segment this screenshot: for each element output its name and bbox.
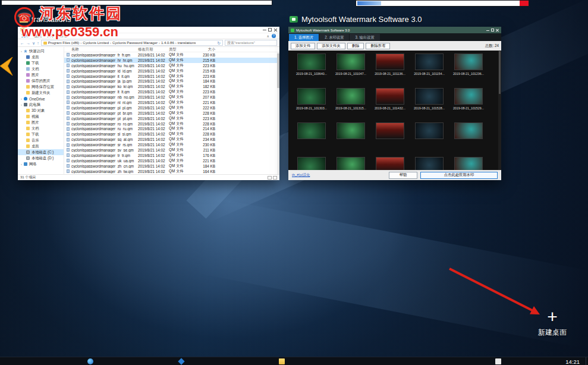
- file-row[interactable]: cyclonispasswordmanager_uk_ua.qm 2019/8/…: [64, 158, 279, 163]
- image-item[interactable]: [331, 122, 370, 156]
- browser-icon[interactable]: [87, 358, 93, 364]
- column-header-date[interactable]: 修改日期: [138, 47, 169, 52]
- toolbar-button[interactable]: 删除所有: [366, 43, 390, 49]
- search-input[interactable]: 搜索"translations": [225, 40, 277, 46]
- file-row[interactable]: cyclonispasswordmanager_nb_no.qm 2019/8/…: [64, 95, 279, 100]
- column-header-type[interactable]: 类型: [169, 47, 191, 52]
- file-row[interactable]: cyclonispasswordmanager_tr_tr.qm 2019/8/…: [64, 153, 279, 158]
- apply-watermark-button[interactable]: 点击此处应用水印: [420, 172, 498, 179]
- file-row[interactable]: cyclonispasswordmanager_zh_cn.qm 2019/8/…: [64, 163, 279, 169]
- file-row[interactable]: cyclonispasswordmanager_ro_ro.qm 2019/8/…: [64, 121, 279, 127]
- back-icon[interactable]: ←: [20, 41, 24, 45]
- task-view-title-watermark-app[interactable]: Mytoolsoft Watermark Software 3.0: [290, 15, 422, 24]
- toolbar-button[interactable]: 添加文件: [291, 43, 315, 49]
- image-item[interactable]: [370, 122, 410, 156]
- column-header-name[interactable]: 名称: [64, 47, 138, 52]
- image-item[interactable]: 2019-08-21_101047...: [331, 54, 370, 87]
- thumbnail-view-icon[interactable]: [273, 176, 277, 180]
- sidebar-item[interactable]: 快速访问: [18, 48, 64, 54]
- help-icon[interactable]: ?: [272, 34, 276, 38]
- watermark-app-taskbar-icon[interactable]: [178, 358, 184, 364]
- sidebar-item[interactable]: 3D 对象: [18, 108, 64, 114]
- image-item[interactable]: [331, 157, 370, 170]
- image-item[interactable]: 2019-08-21_101154...: [410, 54, 449, 87]
- breadcrumb-segment[interactable]: Program Files (x86): [48, 41, 80, 45]
- sidebar-item[interactable]: 图片: [18, 72, 64, 78]
- sidebar-item[interactable]: 网络: [18, 161, 64, 167]
- file-row[interactable]: cyclonispasswordmanager_fr_fr.qm 2019/8/…: [64, 52, 279, 58]
- file-row[interactable]: cyclonispasswordmanager_ja_jp.qm 2019/8/…: [64, 78, 279, 84]
- collapse-ribbon-icon[interactable]: ∧: [267, 34, 269, 38]
- file-row[interactable]: cyclonispasswordmanager_nl_nl.qm 2019/8/…: [64, 100, 279, 105]
- file-row[interactable]: cyclonispasswordmanager_hr_hr.qm 2019/8/…: [64, 58, 279, 63]
- show-desktop-button[interactable]: [586, 357, 588, 365]
- file-row[interactable]: cyclonispasswordmanager_zh_tw.qm 2019/8/…: [64, 169, 279, 174]
- minimize-icon[interactable]: [486, 29, 489, 32]
- history-dropdown-icon[interactable]: ∨: [32, 41, 35, 45]
- image-item[interactable]: 2019-08-21_101529...: [449, 88, 488, 121]
- scrollbar[interactable]: [277, 52, 279, 174]
- file-row[interactable]: cyclonispasswordmanager_sr_rs.qm 2019/8/…: [64, 142, 279, 147]
- tray-icon[interactable]: [495, 358, 501, 364]
- wizard-tab[interactable]: 1. 选择图片: [289, 34, 319, 41]
- sidebar-item[interactable]: 此电脑: [18, 102, 64, 108]
- forward-icon[interactable]: →: [26, 41, 30, 45]
- image-item[interactable]: [292, 122, 331, 156]
- sidebar-item[interactable]: 本地磁盘 (D:): [18, 155, 64, 161]
- details-view-icon[interactable]: [268, 176, 272, 180]
- file-row[interactable]: cyclonispasswordmanager_pt_pt.qm 2019/8/…: [64, 116, 279, 121]
- image-item[interactable]: [410, 122, 449, 156]
- sidebar-item[interactable]: 文档: [18, 66, 64, 72]
- breadcrumb-segment[interactable]: translations: [175, 41, 196, 45]
- file-row[interactable]: cyclonispasswordmanager_pt_br.qm 2019/8/…: [64, 111, 279, 116]
- image-item[interactable]: [449, 157, 488, 170]
- up-icon[interactable]: ↑: [37, 41, 39, 45]
- wizard-tab[interactable]: 3. 输出设置: [350, 34, 379, 41]
- file-row[interactable]: cyclonispasswordmanager_sl_si.qm 2019/8/…: [64, 131, 279, 137]
- sidebar-item[interactable]: 新建文件夹: [18, 90, 64, 96]
- sidebar-item[interactable]: 下载: [18, 60, 64, 66]
- file-row[interactable]: cyclonispasswordmanager_sv_se.qm 2019/8/…: [64, 147, 279, 153]
- sidebar-item[interactable]: 本地磁盘 (C:): [18, 149, 64, 155]
- sidebar-item[interactable]: 文档: [18, 125, 64, 131]
- sidebar-item[interactable]: 保存的图片: [18, 78, 64, 84]
- column-header-size[interactable]: 大小: [191, 47, 218, 52]
- wizard-tab[interactable]: 2. 水印设置: [319, 34, 349, 41]
- sidebar-item[interactable]: 桌面: [18, 143, 64, 149]
- image-item[interactable]: 2019-08-21_103640...: [292, 54, 331, 87]
- maximize-icon[interactable]: [491, 29, 494, 32]
- close-icon[interactable]: [273, 28, 277, 32]
- file-row[interactable]: cyclonispasswordmanager_ru_ru.qm 2019/8/…: [64, 126, 279, 131]
- image-item[interactable]: 2019-08-21_101528...: [410, 88, 449, 121]
- refresh-icon[interactable]: ↻: [217, 41, 221, 45]
- file-row[interactable]: cyclonispasswordmanager_hu_hu.qm 2019/8/…: [64, 63, 279, 68]
- watermark-app-thumbnail[interactable]: Mytoolsoft Watermark Software 3.0 1. 选择图…: [288, 27, 501, 180]
- file-row[interactable]: cyclonispasswordmanager_lt_lt.qm 2019/8/…: [64, 89, 279, 95]
- scrollbar-thumb[interactable]: [277, 54, 279, 88]
- scrollbar-thumb[interactable]: [499, 51, 501, 94]
- file-row[interactable]: cyclonispasswordmanager_sq_al.qm 2019/8/…: [64, 137, 279, 142]
- toolbar-button[interactable]: 删除: [347, 43, 364, 49]
- image-item[interactable]: [449, 122, 488, 156]
- toolbar-button[interactable]: 添加文件夹: [317, 43, 345, 49]
- image-item[interactable]: [370, 157, 410, 170]
- file-row[interactable]: cyclonispasswordmanager_it_it.qm 2019/8/…: [64, 74, 279, 79]
- scrollbar[interactable]: [498, 51, 501, 170]
- minimize-icon[interactable]: [263, 28, 266, 32]
- help-button[interactable]: 帮助: [389, 172, 417, 179]
- breadcrumb-segment[interactable]: Cyclonis Password Manager: [110, 41, 158, 45]
- file-explorer-taskbar-icon[interactable]: [279, 358, 285, 364]
- taskbar-clock[interactable]: 14:21: [565, 358, 580, 365]
- image-item[interactable]: 2019-08-21_101432...: [370, 88, 410, 121]
- translation-credit-link[interactable]: th_#}y|汉化: [292, 172, 310, 178]
- maximize-icon[interactable]: [268, 28, 272, 32]
- sidebar-item[interactable]: 视频: [18, 114, 64, 119]
- breadcrumb-segment[interactable]: Cyclonis Limited: [80, 41, 109, 45]
- breadcrumb-segment[interactable]: 1.4.0.86: [159, 41, 174, 45]
- image-item[interactable]: [410, 157, 449, 170]
- image-item[interactable]: [292, 157, 331, 170]
- image-item[interactable]: 2019-08-21_101236...: [449, 54, 488, 87]
- file-row[interactable]: cyclonispasswordmanager_pl_pl.qm 2019/8/…: [64, 105, 279, 111]
- image-item[interactable]: 2019-08-21_101303...: [292, 88, 331, 121]
- sidebar-item[interactable]: 音乐: [18, 137, 64, 143]
